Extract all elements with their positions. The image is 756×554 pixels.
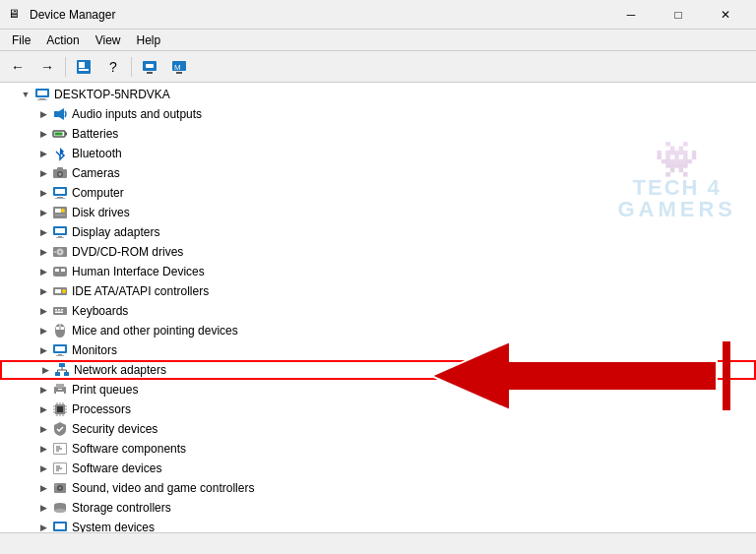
expand-icon[interactable]: ▶ (35, 264, 51, 279)
svg-point-94 (55, 484, 57, 486)
update-driver-button[interactable]: M (165, 54, 193, 80)
maximize-button[interactable]: □ (656, 0, 701, 30)
tree-item-label: Sound, video and game controllers (72, 481, 254, 495)
help-button[interactable]: ? (99, 54, 127, 80)
tree-root[interactable]: ▼ DESKTOP-5NRDVKA (0, 85, 756, 104)
expand-icon[interactable]: ▶ (35, 205, 51, 220)
expand-icon[interactable]: ▶ (35, 461, 51, 476)
svg-point-37 (54, 251, 56, 253)
expand-icon[interactable]: ▶ (35, 323, 51, 339)
tree-item-label: Mice and other pointing devices (72, 324, 238, 338)
svg-rect-42 (55, 289, 61, 293)
svg-point-28 (61, 209, 65, 213)
tree-item-audio-inputs-and-outputs[interactable]: ▶ Audio inputs and outputs (0, 104, 756, 124)
svg-rect-44 (53, 307, 67, 315)
tree-item-label: Audio inputs and outputs (72, 107, 202, 121)
tree-item-processors[interactable]: ▶ Processors (0, 400, 756, 419)
tree-item-sound,-video-and-game-controllers[interactable]: ▶ Sound, video and game controllers (0, 478, 756, 498)
tree-item-software-devices[interactable]: ▶ Software devices (0, 459, 756, 478)
tree-item-bluetooth[interactable]: ▶ Bluetooth (0, 144, 756, 163)
tree-item-monitors[interactable]: ▶ Monitors (0, 340, 756, 360)
svg-rect-4 (146, 64, 154, 68)
expand-root[interactable]: ▼ (18, 87, 33, 102)
svg-rect-13 (54, 111, 59, 117)
expand-icon[interactable]: ▶ (35, 126, 51, 142)
tree-item-display-adapters[interactable]: ▶ Display adapters (0, 222, 756, 242)
expand-icon[interactable]: ▶ (35, 106, 51, 122)
svg-rect-17 (55, 133, 63, 136)
tree-item-human-interface-devices[interactable]: ▶ Human Interface Devices (0, 262, 756, 281)
tree-item-ide-ata/atapi-controllers[interactable]: ▶ IDE ATA/ATAPI controllers (0, 281, 756, 301)
tree-item-software-components[interactable]: ▶ Software components (0, 439, 756, 459)
svg-rect-50 (56, 327, 59, 330)
menu-view[interactable]: View (88, 31, 129, 49)
device-tree[interactable]: ▼ DESKTOP-5NRDVKA ▶ Audio inputs and out… (0, 83, 756, 532)
scan-button[interactable] (136, 54, 163, 80)
expand-icon[interactable]: ▶ (35, 303, 51, 319)
tree-item-label: IDE ATA/ATAPI controllers (72, 284, 209, 298)
expand-icon[interactable]: ▶ (35, 146, 51, 161)
expand-icon[interactable]: ▶ (35, 500, 51, 516)
svg-rect-29 (55, 215, 65, 215)
tree-item-keyboards[interactable]: ▶ Keyboards (0, 301, 756, 321)
tree-item-storage-controllers[interactable]: ▶ Storage controllers (0, 498, 756, 518)
svg-rect-53 (55, 346, 65, 351)
expand-icon[interactable]: ▶ (35, 421, 51, 437)
tree-item-mice-and-other-pointing-devices[interactable]: ▶ Mice and other pointing devices (0, 321, 756, 340)
human-interface-devices-icon (52, 264, 68, 279)
expand-icon[interactable]: ▶ (35, 480, 51, 496)
tree-item-label: Security devices (72, 422, 158, 436)
menu-help[interactable]: Help (129, 31, 169, 49)
tree-item-security-devices[interactable]: ▶ Security devices (0, 419, 756, 439)
audio-inputs-and-outputs-icon (52, 106, 68, 122)
expand-icon[interactable]: ▶ (35, 441, 51, 457)
tree-item-system-devices[interactable]: ▶ System devices (0, 518, 756, 532)
expand-icon[interactable]: ▶ (37, 362, 53, 378)
svg-rect-1 (79, 62, 85, 68)
expand-icon[interactable]: ▶ (35, 342, 51, 358)
svg-rect-47 (61, 309, 63, 311)
expand-icon[interactable]: ▶ (35, 401, 51, 417)
svg-rect-27 (55, 209, 61, 213)
menu-file[interactable]: File (4, 31, 38, 49)
tree-item-disk-drives[interactable]: ▶ Disk drives (0, 203, 756, 222)
svg-rect-65 (56, 392, 64, 396)
tree-item-print-queues[interactable]: ▶ Print queues (0, 380, 756, 400)
expand-icon[interactable]: ▶ (35, 382, 51, 398)
tree-item-label: Bluetooth (72, 147, 122, 160)
tree-item-batteries[interactable]: ▶ Batteries (0, 124, 756, 144)
svg-rect-12 (37, 99, 47, 100)
svg-point-97 (54, 509, 66, 513)
svg-rect-39 (55, 269, 59, 272)
show-properties-button[interactable] (70, 54, 97, 80)
svg-rect-25 (55, 198, 65, 199)
display-adapters-icon (52, 224, 68, 240)
back-button[interactable]: ← (4, 54, 32, 80)
minimize-button[interactable]: ─ (608, 0, 654, 30)
expand-icon[interactable]: ▶ (35, 283, 51, 299)
tree-item-cameras[interactable]: ▶ Cameras (0, 163, 756, 183)
software-devices-icon (52, 461, 68, 476)
tree-item-label: Computer (72, 186, 124, 200)
tree-item-dvd/cd-rom-drives[interactable]: ▶ DVD/CD-ROM drives (0, 242, 756, 262)
expand-icon[interactable]: ▶ (35, 520, 51, 532)
svg-rect-38 (53, 267, 67, 277)
expand-icon[interactable]: ▶ (35, 224, 51, 240)
tree-item-label: Keyboards (72, 304, 128, 318)
computer-icon (34, 87, 50, 102)
forward-button[interactable]: → (33, 54, 61, 80)
svg-marker-14 (59, 108, 64, 120)
svg-rect-21 (57, 167, 63, 170)
tree-item-label: Disk drives (72, 206, 130, 219)
network-adapters-icon (54, 362, 70, 378)
svg-rect-46 (58, 309, 60, 311)
expand-icon[interactable]: ▶ (35, 185, 51, 201)
title-bar-text: Device Manager (30, 8, 608, 22)
close-button[interactable]: ✕ (703, 0, 748, 30)
menu-action[interactable]: Action (38, 31, 87, 49)
svg-rect-10 (37, 91, 47, 95)
expand-icon[interactable]: ▶ (35, 244, 51, 260)
tree-item-network-adapters[interactable]: ▶ Network adapters (0, 360, 756, 380)
tree-item-computer[interactable]: ▶ Computer (0, 183, 756, 203)
expand-icon[interactable]: ▶ (35, 165, 51, 181)
